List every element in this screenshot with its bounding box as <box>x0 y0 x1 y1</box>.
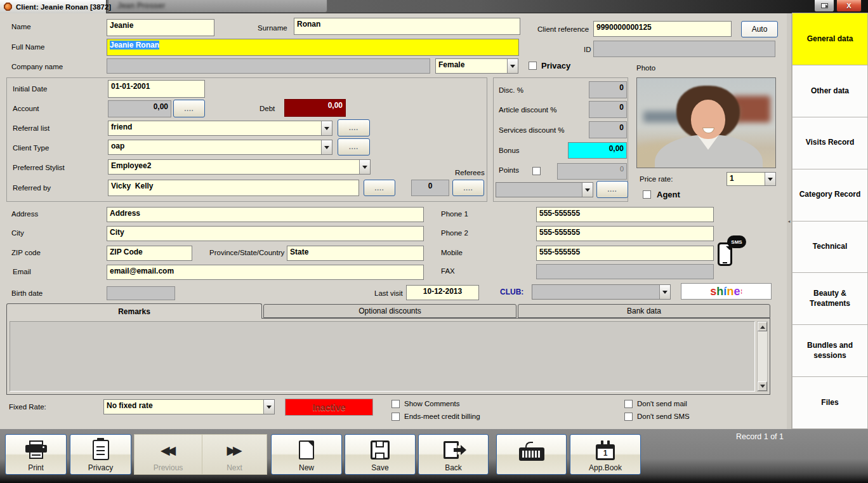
referred-by-browse-button[interactable]: .... <box>364 180 395 196</box>
new-document-icon <box>299 440 314 460</box>
preferred-stylist-select[interactable]: Employee2 <box>108 159 371 175</box>
app-book-button[interactable]: 1 App.Book <box>570 434 641 475</box>
client-type-value: oap <box>109 140 321 154</box>
birth-date-input <box>107 286 175 300</box>
fixed-rate-select[interactable]: No fixed rate <box>103 399 275 414</box>
gender-select[interactable]: Female <box>435 58 518 74</box>
sidebar-item-category-record[interactable]: Category Record <box>792 169 868 222</box>
show-comments-checkbox[interactable] <box>391 400 400 408</box>
price-rate-label: Price rate: <box>640 175 673 183</box>
sidebar-item-other-data[interactable]: Other data <box>792 65 868 117</box>
sidebar-item-files[interactable]: Files <box>792 376 868 429</box>
mobile-label: Mobile <box>441 249 463 256</box>
scroll-down-icon[interactable] <box>758 381 767 391</box>
services-discount-label: Services discount % <box>499 126 565 134</box>
extra-browse-button[interactable]: .... <box>596 181 628 198</box>
sms-icon[interactable]: SMS <box>717 235 746 267</box>
preferred-stylist-label: Preferred Stylist <box>13 164 65 171</box>
zip-code-input[interactable]: ZIP Code <box>107 246 192 261</box>
points-checkbox[interactable] <box>532 167 541 175</box>
client-type-select[interactable]: oap <box>108 140 332 155</box>
client-reference-label: Client reference <box>537 25 589 33</box>
mobile-input[interactable]: 555-555555 <box>536 246 714 261</box>
remarks-textarea[interactable] <box>10 321 755 392</box>
club-select[interactable] <box>532 284 671 300</box>
debt-label: Debt <box>260 105 275 112</box>
chevron-down-icon[interactable] <box>765 173 775 185</box>
keyboard-button[interactable] <box>496 434 567 475</box>
account-field: 0,00 <box>108 100 171 117</box>
save-button-label: Save <box>371 463 388 472</box>
referral-list-select[interactable]: friend <box>108 121 332 136</box>
sidebar-item-general-data[interactable]: General data <box>792 13 868 65</box>
next-button[interactable]: ▶▶ Next <box>202 434 267 475</box>
print-button[interactable]: Print <box>5 434 67 475</box>
auto-button[interactable]: Auto <box>741 21 778 37</box>
sidebar-item-technical[interactable]: Technical <box>792 221 868 274</box>
chevron-down-icon[interactable] <box>582 183 593 197</box>
club-value <box>532 285 659 299</box>
sidebar-item-visits-record[interactable]: Visits Record <box>792 117 868 169</box>
new-button[interactable]: New <box>271 434 342 475</box>
bonus-field[interactable]: 0,00 <box>568 142 627 159</box>
company-name-label: Company name <box>11 63 63 70</box>
calendar-icon: 1 <box>596 444 615 460</box>
privacy-button[interactable]: Privacy <box>70 434 131 475</box>
debt-field: 0,00 <box>284 99 346 117</box>
dont-send-mail-checkbox[interactable] <box>624 400 633 408</box>
ends-meet-checkbox[interactable] <box>391 413 400 421</box>
app-icon <box>4 3 12 11</box>
referred-by-input[interactable]: Vicky Kelly <box>108 180 359 196</box>
email-input[interactable]: email@email.com <box>107 265 424 280</box>
chevron-down-icon[interactable] <box>507 59 518 73</box>
tab-optional-discounts[interactable]: Optional discounts <box>263 304 516 318</box>
agent-checkbox[interactable] <box>643 190 651 199</box>
close-window-button[interactable]: X <box>836 0 862 12</box>
client-window: Jean Prosser Client: Jeanie Ronan [3872]… <box>0 0 868 483</box>
province-input[interactable]: State <box>287 246 424 261</box>
clipboard-icon <box>93 440 109 460</box>
sidebar-collapse-strip[interactable]: ◂ <box>787 13 792 429</box>
chevron-down-icon[interactable] <box>659 285 670 299</box>
back-button-label: Back <box>445 463 462 472</box>
club-label: CLUB: <box>500 288 523 296</box>
name-input[interactable]: Jeanie <box>107 19 214 36</box>
account-browse-button[interactable]: .... <box>173 100 205 117</box>
tab-remarks[interactable]: Remarks <box>6 303 262 319</box>
address-label: Address <box>11 210 38 218</box>
scroll-up-icon[interactable] <box>758 322 767 331</box>
chevron-down-icon[interactable] <box>263 400 274 414</box>
referees-browse-button[interactable]: .... <box>452 180 484 196</box>
article-discount-label: Article discount % <box>499 106 556 114</box>
phone2-input[interactable]: 555-555555 <box>536 226 714 241</box>
client-reference-input[interactable]: 9990000000125 <box>593 21 732 37</box>
referral-list-browse-button[interactable]: .... <box>338 119 370 136</box>
inactive-status-button[interactable]: Inactive <box>285 399 373 416</box>
save-button[interactable]: Save <box>345 434 416 475</box>
chevron-down-icon[interactable] <box>321 121 332 135</box>
chevron-down-icon[interactable] <box>359 160 370 174</box>
dont-send-sms-checkbox[interactable] <box>624 413 633 421</box>
initial-date-input[interactable]: 01-01-2001 <box>108 80 205 98</box>
remarks-scrollbar[interactable] <box>757 321 768 392</box>
surname-input[interactable]: Ronan <box>294 18 520 35</box>
privacy-checkbox[interactable] <box>529 62 537 70</box>
client-type-browse-button[interactable]: .... <box>338 138 370 155</box>
referees-label: Referees <box>455 169 485 176</box>
address-input[interactable]: Address <box>107 207 424 222</box>
previous-button[interactable]: ◀◀ Previous <box>134 434 202 475</box>
full-name-input[interactable]: Jeanie Ronan <box>107 39 519 56</box>
back-button[interactable]: Back <box>418 434 489 475</box>
restore-window-button[interactable] <box>814 0 834 12</box>
sidebar-item-bundles-sessions[interactable]: Bundles and sessions <box>792 324 868 377</box>
sidebar-tabs: General data Other data Visits Record Ca… <box>792 13 868 429</box>
price-rate-select[interactable]: 1 <box>727 172 776 186</box>
city-input[interactable]: City <box>107 226 424 241</box>
phone1-input[interactable]: 555-555555 <box>536 207 714 222</box>
preferred-stylist-value: Employee2 <box>109 160 359 174</box>
extra-select[interactable] <box>496 182 593 197</box>
chevron-down-icon[interactable] <box>321 140 332 154</box>
bottom-toolbar: Record 1 of 1 Print Privacy ◀◀ Previous … <box>0 429 868 483</box>
sidebar-item-beauty-treatments[interactable]: Beauty & Treatments <box>792 272 868 325</box>
tab-bank-data[interactable]: Bank data <box>518 304 770 318</box>
